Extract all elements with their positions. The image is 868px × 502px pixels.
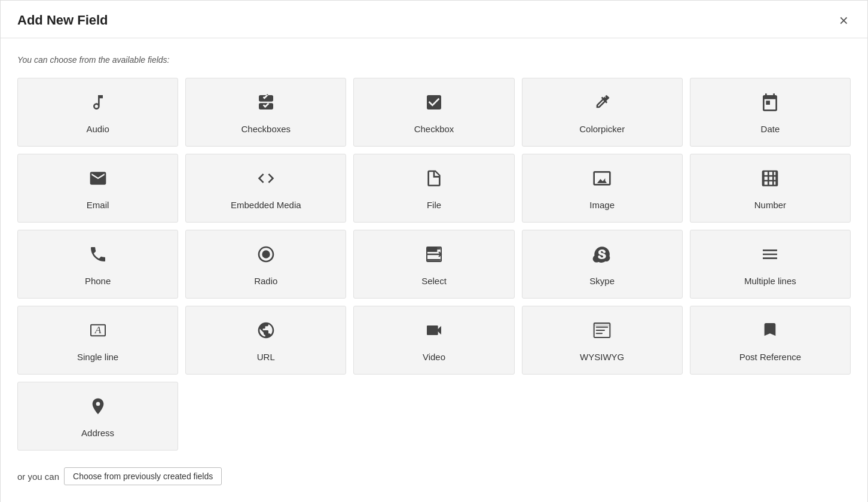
field-label-multiple-lines: Multiple lines <box>744 276 796 286</box>
field-card-wysiwyg[interactable]: WYSIWYG <box>522 306 683 375</box>
field-label-checkboxes: Checkboxes <box>242 124 291 134</box>
single-line-icon: A <box>88 321 108 346</box>
field-label-email: Email <box>87 200 109 210</box>
field-card-colorpicker[interactable]: Colorpicker <box>522 78 683 147</box>
field-label-embedded-media: Embedded Media <box>231 200 301 210</box>
field-label-file: File <box>427 200 441 210</box>
field-label-number: Number <box>754 200 786 210</box>
field-label-address: Address <box>81 428 114 438</box>
close-button[interactable]: × <box>837 13 851 28</box>
audio-icon <box>88 93 108 118</box>
field-card-image[interactable]: Image <box>522 154 683 223</box>
or-text: or you can <box>17 471 59 482</box>
bottom-row: or you can Choose from previously create… <box>17 467 851 485</box>
field-card-embedded-media[interactable]: Embedded Media <box>185 154 346 223</box>
field-label-radio: Radio <box>254 276 277 286</box>
add-new-field-dialog: Add New Field × You can choose from the … <box>0 0 868 502</box>
field-card-audio[interactable]: Audio <box>17 78 178 147</box>
field-card-number[interactable]: Number <box>690 154 851 223</box>
colorpicker-icon <box>592 93 612 118</box>
field-label-audio: Audio <box>86 124 109 134</box>
field-card-select[interactable]: Select <box>353 230 514 299</box>
field-card-checkboxes[interactable]: Checkboxes <box>185 78 346 147</box>
svg-text:A: A <box>94 324 101 336</box>
url-icon <box>256 321 276 346</box>
field-card-email[interactable]: Email <box>17 154 178 223</box>
checkboxes-icon <box>256 93 276 118</box>
field-label-date: Date <box>761 124 780 134</box>
number-icon <box>760 169 780 194</box>
dialog-header: Add New Field × <box>1 1 867 38</box>
field-label-checkbox: Checkbox <box>414 124 454 134</box>
post-reference-icon <box>760 321 780 346</box>
skype-icon <box>592 245 612 270</box>
field-card-address[interactable]: Address <box>17 382 178 451</box>
video-icon <box>424 321 444 346</box>
field-label-url: URL <box>257 352 275 362</box>
subtitle: You can choose from the available fields… <box>17 55 851 65</box>
embedded-media-icon <box>256 169 276 194</box>
dialog-title: Add New Field <box>17 13 108 28</box>
field-card-date[interactable]: Date <box>690 78 851 147</box>
field-label-single-line: Single line <box>77 352 118 362</box>
field-card-video[interactable]: Video <box>353 306 514 375</box>
email-icon <box>88 169 108 194</box>
file-icon <box>424 169 444 194</box>
field-card-single-line[interactable]: ASingle line <box>17 306 178 375</box>
field-label-post-reference: Post Reference <box>739 352 801 362</box>
svg-rect-4 <box>594 323 610 326</box>
field-label-wysiwyg: WYSIWYG <box>580 352 624 362</box>
field-label-colorpicker: Colorpicker <box>579 124 625 134</box>
choose-from-previous-button[interactable]: Choose from previously created fields <box>64 467 222 485</box>
field-label-select: Select <box>421 276 447 286</box>
image-icon <box>592 169 612 194</box>
radio-icon <box>256 245 276 270</box>
address-icon <box>88 397 108 422</box>
field-card-checkbox[interactable]: Checkbox <box>353 78 514 147</box>
checkbox-icon <box>424 93 444 118</box>
field-label-skype: Skype <box>589 276 615 286</box>
field-card-post-reference[interactable]: Post Reference <box>690 306 851 375</box>
field-card-url[interactable]: URL <box>185 306 346 375</box>
field-label-image: Image <box>589 200 615 210</box>
field-card-multiple-lines[interactable]: Multiple lines <box>690 230 851 299</box>
phone-icon <box>88 245 108 270</box>
field-card-radio[interactable]: Radio <box>185 230 346 299</box>
multiple-lines-icon <box>760 245 780 270</box>
date-icon <box>760 93 780 118</box>
field-label-phone: Phone <box>85 276 111 286</box>
field-label-video: Video <box>423 352 445 362</box>
select-icon <box>424 245 444 270</box>
field-card-skype[interactable]: Skype <box>522 230 683 299</box>
wysiwyg-icon <box>592 321 612 346</box>
fields-grid: AudioCheckboxesCheckboxColorpickerDateEm… <box>17 78 851 451</box>
dialog-body: You can choose from the available fields… <box>1 38 867 502</box>
field-card-phone[interactable]: Phone <box>17 230 178 299</box>
field-card-file[interactable]: File <box>353 154 514 223</box>
